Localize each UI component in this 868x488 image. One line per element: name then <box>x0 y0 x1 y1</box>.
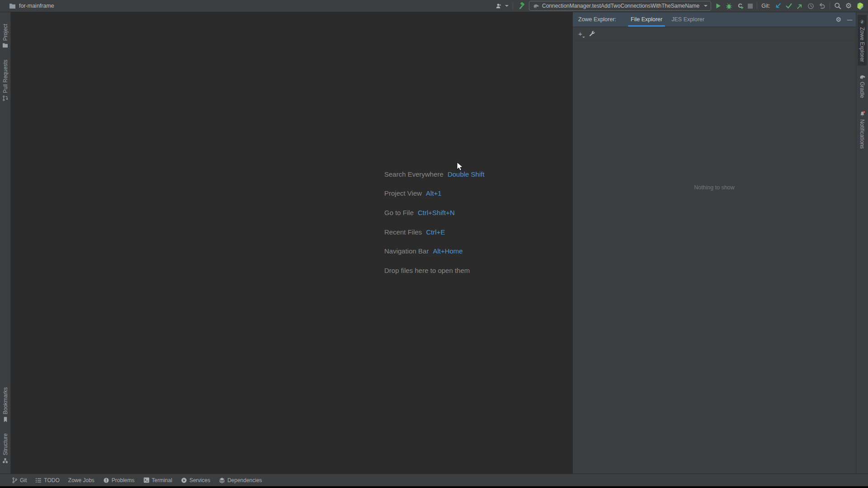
chevron-down-icon <box>505 5 509 7</box>
sidebar-item-zowe-explorer[interactable]: Z Zowe Explorer <box>858 15 867 66</box>
tab-file-explorer[interactable]: File Explorer <box>626 12 667 27</box>
stop-button[interactable] <box>748 3 753 9</box>
shortcut-label: Recent Files <box>384 228 422 236</box>
ide-window: for-mainframe ConnectionManager.testAddT… <box>0 0 868 488</box>
shortcut-label: Go to File <box>384 209 414 216</box>
commit-check-icon <box>785 3 793 9</box>
shortcut-label: Navigation Bar <box>384 247 429 255</box>
statusbar-item-terminal[interactable]: Terminal <box>143 477 172 483</box>
debug-bug-icon <box>726 3 732 9</box>
tool-button-label: Bookmarks <box>2 387 9 414</box>
statusbar-item-git[interactable]: Git <box>12 477 27 483</box>
statusbar-item-todo[interactable]: TODO <box>35 477 59 483</box>
tool-button-label: Project <box>2 24 9 41</box>
account-avatar-button[interactable] <box>856 2 864 10</box>
statusbar-label: Zowe Jobs <box>68 477 94 483</box>
settings-button[interactable]: ⚙ <box>845 2 852 9</box>
hide-tool-window-button[interactable]: — <box>847 17 852 23</box>
empty-editor-shortcuts: Search Everywhere Double Shift Project V… <box>384 164 485 280</box>
search-icon <box>834 2 841 9</box>
wrench-icon <box>589 30 595 37</box>
chevron-down-icon <box>704 5 708 7</box>
left-tool-stripe: Project Pull Requests Bookmarks Structur… <box>0 12 11 474</box>
shortcut-row: Navigation Bar Alt+Home <box>384 241 485 261</box>
tool-window-toolbar: + <box>573 27 856 41</box>
git-branch-icon <box>12 477 18 483</box>
bookmark-icon <box>3 417 8 422</box>
gear-icon: ⚙ <box>835 16 841 23</box>
add-connection-button[interactable]: + <box>578 30 582 37</box>
statusbar-item-problems[interactable]: Problems <box>103 477 135 483</box>
users-icon <box>495 3 502 9</box>
statusbar-label: Git <box>20 477 27 483</box>
run-configuration-select[interactable]: ConnectionManager.testAddTwoConnectionsW… <box>529 1 711 11</box>
statusbar-item-services[interactable]: Services <box>181 477 210 483</box>
search-everywhere-button[interactable] <box>834 2 841 9</box>
project-title: for-mainframe <box>19 3 54 9</box>
statusbar-label: Dependencies <box>227 477 262 483</box>
users-dropdown-button[interactable] <box>495 3 509 9</box>
hammer-icon <box>517 2 525 10</box>
shortcut-row: Search Everywhere Double Shift <box>384 164 485 184</box>
project-folder-icon <box>9 3 16 9</box>
run-with-coverage-button[interactable]: C <box>736 2 744 9</box>
gradle-elephant-icon <box>859 75 866 80</box>
git-push-button[interactable] <box>797 3 803 9</box>
coverage-icon: C <box>736 2 744 9</box>
svg-text:Z: Z <box>861 20 863 24</box>
build-hammer-button[interactable] <box>517 2 525 10</box>
sidebar-item-structure[interactable]: Structure <box>1 430 10 467</box>
sidebar-item-bookmarks[interactable]: Bookmarks <box>1 384 10 426</box>
zowe-explorer-panel: Zowe Explorer: File Explorer JES Explore… <box>573 12 856 474</box>
run-button[interactable] <box>715 3 722 9</box>
file-explorer-tree[interactable]: Nothing to show <box>573 41 856 474</box>
tool-button-label: Structure <box>2 433 9 455</box>
empty-tree-message: Nothing to show <box>573 184 856 191</box>
tool-window-settings-button[interactable]: ⚙ <box>835 16 841 23</box>
tab-label: JES Explorer <box>671 16 704 23</box>
debug-button[interactable] <box>726 3 732 9</box>
statusbar-item-dependencies[interactable]: Dependencies <box>219 477 262 483</box>
push-arrow-icon <box>797 3 803 9</box>
shortcut-row: Recent Files Ctrl+E <box>384 222 485 242</box>
sidebar-item-project[interactable]: Project <box>1 20 10 52</box>
shortcut-row: Project View Alt+1 <box>384 184 485 203</box>
toolbar-separator <box>830 2 830 9</box>
clock-icon <box>807 3 814 9</box>
shortcut-keys: Alt+1 <box>426 189 442 197</box>
tool-button-label: Gradle <box>859 82 865 98</box>
shortcut-keys: Alt+Home <box>433 247 462 255</box>
sidebar-item-notifications[interactable]: Notifications <box>858 107 867 152</box>
workspace: Project Pull Requests Bookmarks Structur… <box>0 12 868 474</box>
git-commit-button[interactable] <box>785 3 793 9</box>
rollback-button[interactable] <box>818 3 826 9</box>
tab-label: File Explorer <box>631 16 662 23</box>
problems-icon <box>103 477 109 483</box>
dependencies-layers-icon <box>219 477 225 483</box>
tool-button-label: Notifications <box>859 119 865 149</box>
shortcut-keys: Ctrl+Shift+N <box>418 209 455 216</box>
tab-jes-explorer[interactable]: JES Explorer <box>667 12 709 27</box>
chevron-down-icon <box>582 37 585 38</box>
shortcut-row: Go to File Ctrl+Shift+N <box>384 203 485 222</box>
services-icon <box>181 477 187 483</box>
git-update-button[interactable] <box>774 3 781 9</box>
drop-files-hint: Drop files here to open them <box>384 267 470 274</box>
sidebar-item-gradle[interactable]: Gradle <box>858 71 867 102</box>
sidebar-item-pull-requests[interactable]: Pull Requests <box>1 56 10 105</box>
statusbar-label: Terminal <box>152 477 172 483</box>
shortcut-keys: Ctrl+E <box>426 228 445 236</box>
statusbar-label: Problems <box>112 477 135 483</box>
editor-area[interactable]: Search Everywhere Double Shift Project V… <box>11 12 573 474</box>
status-bar: Git TODO Zowe Jobs Problems Terminal Ser… <box>0 474 868 486</box>
avatar-icon <box>856 2 864 10</box>
folder-icon <box>2 43 8 48</box>
title-bar: for-mainframe ConnectionManager.testAddT… <box>0 0 868 12</box>
edit-settings-button[interactable] <box>589 30 595 37</box>
pull-request-icon <box>2 95 8 101</box>
statusbar-item-zowe-jobs[interactable]: Zowe Jobs <box>68 477 94 483</box>
history-button[interactable] <box>807 3 814 9</box>
mouse-cursor <box>457 162 464 172</box>
minimize-icon: — <box>847 16 852 23</box>
shortcut-label: Project View <box>384 189 422 197</box>
